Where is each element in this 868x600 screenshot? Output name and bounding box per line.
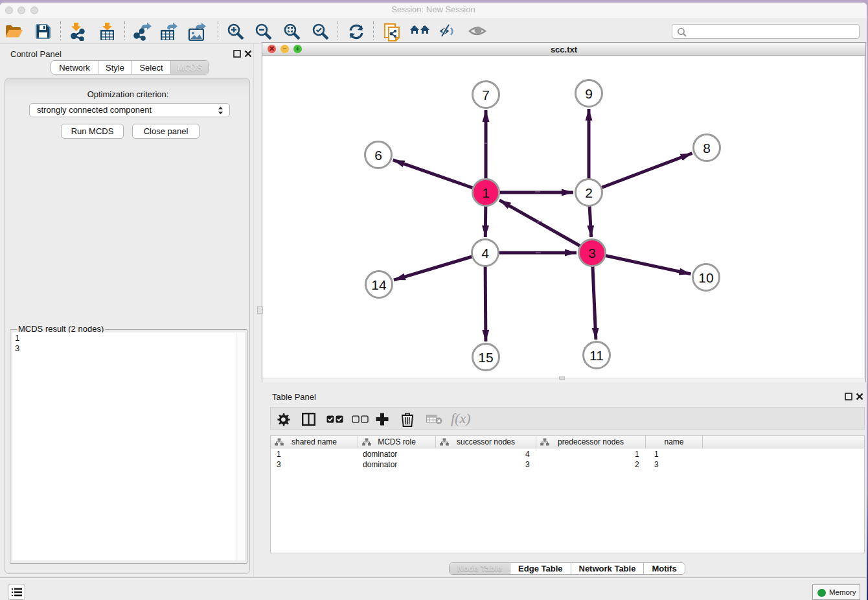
svg-text:3: 3 [588,246,596,260]
svg-text:7: 7 [482,87,490,102]
svg-text:4: 4 [481,246,489,260]
svg-text:8: 8 [703,141,711,156]
svg-text:14: 14 [371,277,387,292]
svg-text:1: 1 [482,185,490,200]
svg-text:10: 10 [698,270,713,285]
svg-text:2: 2 [585,185,593,200]
svg-text:9: 9 [585,86,593,101]
svg-text:6: 6 [374,148,382,163]
svg-text:15: 15 [478,350,493,365]
svg-text:11: 11 [589,348,604,363]
